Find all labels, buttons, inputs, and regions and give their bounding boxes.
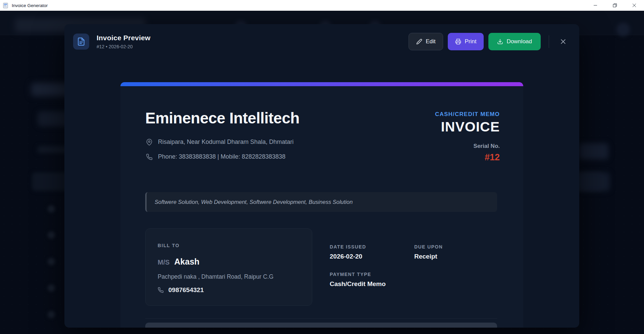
company-tagline: Softwere Solution, Web Development, Soft… bbox=[145, 192, 497, 212]
map-pin-icon bbox=[146, 139, 153, 146]
tagline-text: Softwere Solution, Web Development, Soft… bbox=[155, 199, 353, 205]
window-close-button[interactable] bbox=[625, 0, 644, 11]
payment-type-cell: PAYMENT TYPE Cash/Credit Memo bbox=[330, 272, 414, 288]
serial-label: Serial No. bbox=[435, 143, 500, 150]
company-address-row: Risaipara, Near Kodumal Dharam Shala, Dh… bbox=[146, 138, 293, 146]
app-icon bbox=[3, 2, 9, 8]
serial-number: #12 bbox=[435, 152, 500, 163]
date-issued-value: 2026-02-20 bbox=[330, 253, 414, 260]
modal-title-block: Invoice Preview #12 • 2026-02-20 bbox=[97, 34, 151, 49]
gradient-accent-bar bbox=[120, 82, 523, 86]
modal-subtitle: #12 • 2026-02-20 bbox=[97, 44, 151, 49]
modal-actions: Edit Print bbox=[409, 33, 570, 50]
client-name: Akash bbox=[174, 257, 200, 267]
window-titlebar: Invoice Generator bbox=[0, 0, 644, 11]
window-minimize-button[interactable] bbox=[586, 0, 605, 11]
payment-type-value: Cash/Credit Memo bbox=[330, 280, 414, 288]
company-contact-row: Phone: 38383883838 | Mobile: 82828283838… bbox=[146, 153, 285, 160]
client-prefix: M/S bbox=[158, 259, 170, 266]
invoice-title: INVOICE bbox=[435, 119, 500, 135]
close-modal-button[interactable] bbox=[556, 35, 570, 48]
edit-button[interactable]: Edit bbox=[409, 33, 443, 50]
client-address: Pachpedi naka , Dhamtari Road, Raipur C.… bbox=[158, 273, 300, 280]
download-button[interactable]: Download bbox=[488, 33, 541, 50]
due-upon-value: Receipt bbox=[414, 253, 443, 260]
print-button[interactable]: Print bbox=[448, 33, 484, 50]
modal-header: Invoice Preview #12 • 2026-02-20 Edit bbox=[64, 24, 579, 58]
pencil-icon bbox=[416, 39, 422, 45]
section-divider bbox=[145, 318, 497, 319]
client-phone-row: 0987654321 bbox=[158, 286, 300, 294]
window-title: Invoice Generator bbox=[12, 3, 48, 8]
due-upon-cell: DUE UPON Receipt bbox=[414, 244, 443, 260]
phone-icon bbox=[158, 287, 164, 293]
document-type-block: CASH/CREDIT MEMO INVOICE Serial No. #12 bbox=[435, 111, 500, 163]
edit-button-label: Edit bbox=[426, 38, 435, 45]
company-name: Eminenece Intellitech bbox=[145, 109, 300, 127]
due-upon-label: DUE UPON bbox=[414, 244, 443, 249]
bill-to-name-row: M/S Akash bbox=[158, 257, 300, 267]
date-issued-cell: DATE ISSUED 2026-02-20 bbox=[330, 244, 414, 260]
company-address: Risaipara, Near Kodumal Dharam Shala, Dh… bbox=[158, 138, 293, 146]
print-button-label: Print bbox=[465, 38, 476, 45]
bill-to-card: BILL TO M/S Akash Pachpedi naka , Dhamta… bbox=[145, 228, 312, 306]
company-contact: Phone: 38383883838 | Mobile: 82828283838… bbox=[158, 153, 285, 160]
close-icon bbox=[560, 38, 567, 45]
memo-label: CASH/CREDIT MEMO bbox=[435, 111, 500, 118]
download-button-label: Download bbox=[506, 38, 532, 45]
date-issued-label: DATE ISSUED bbox=[330, 244, 414, 249]
download-icon bbox=[497, 39, 503, 45]
window-controls bbox=[586, 0, 644, 11]
window-restore-button[interactable] bbox=[605, 0, 625, 11]
phone-icon bbox=[146, 154, 153, 160]
printer-icon bbox=[455, 39, 461, 45]
items-table-header bbox=[145, 323, 497, 328]
modal-title: Invoice Preview bbox=[97, 34, 151, 42]
payment-type-label: PAYMENT TYPE bbox=[330, 272, 414, 277]
invoice-preview-modal: Invoice Preview #12 • 2026-02-20 Edit bbox=[64, 24, 579, 328]
client-phone: 0987654321 bbox=[168, 286, 204, 294]
bill-to-label: BILL TO bbox=[158, 243, 300, 248]
invoice-document-icon bbox=[73, 34, 89, 50]
app-background: Invoice Preview #12 • 2026-02-20 Edit bbox=[0, 11, 644, 334]
invoice-meta-grid: DATE ISSUED 2026-02-20 DUE UPON Receipt … bbox=[330, 244, 443, 299]
invoice-paper: Eminenece Intellitech Risaipara, Near Ko… bbox=[120, 82, 523, 328]
header-divider bbox=[549, 35, 549, 48]
